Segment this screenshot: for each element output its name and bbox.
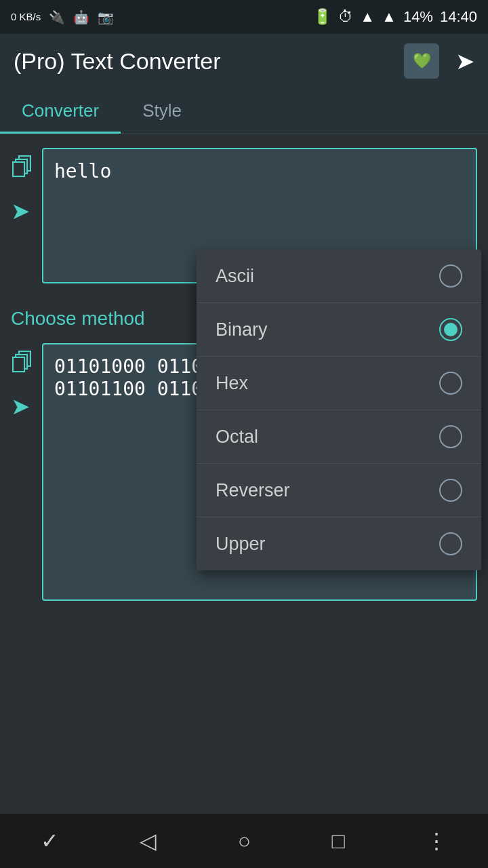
input-share-icon[interactable]: ➤ [11,197,34,224]
app-logo[interactable]: 💚 [404,43,439,79]
app-bar: (Pro) Text Converter 💚 ➤ [0,34,488,88]
nav-recents-icon[interactable]: □ [331,829,344,854]
radio-upper[interactable] [439,532,462,555]
choose-method-button[interactable]: Choose method [11,297,145,340]
input-copy-icon[interactable]: 🗍 [11,155,34,181]
dropdown-item-binary[interactable]: Binary [197,303,481,357]
status-bar: 0 KB/s 🔌 🤖 📷 🔋 ⏱ ▲ ▲ 14% 14:40 [0,0,488,34]
app-bar-icons: 💚 ➤ [404,43,474,79]
status-right: 🔋 ⏱ ▲ ▲ 14% 14:40 [313,8,477,26]
tab-converter[interactable]: Converter [0,88,121,134]
status-left: 0 KB/s 🔌 🤖 📷 [11,9,114,25]
radio-binary[interactable] [439,318,462,341]
nav-check-icon[interactable]: ✓ [41,828,59,854]
battery-label: 14% [403,8,433,26]
input-action-icons: 🗍 ➤ [11,148,34,224]
alarm-icon: ⏱ [338,8,353,26]
time-label: 14:40 [440,8,477,26]
dropdown-item-reverser[interactable]: Reverser [197,464,481,517]
tab-style[interactable]: Style [121,88,203,134]
radio-reverser[interactable] [439,479,462,502]
vibrate-icon: 🔋 [313,8,331,26]
bottom-navigation: ✓ ◁ ○ □ ⋮ [0,814,488,868]
radio-octal[interactable] [439,425,462,448]
image-icon: 📷 [98,9,114,25]
radio-hex[interactable] [439,372,462,395]
radio-binary-fill [444,323,458,336]
nav-menu-icon[interactable]: ⋮ [426,828,447,854]
top-share-icon[interactable]: ➤ [455,47,474,75]
nav-home-icon[interactable]: ○ [238,829,251,854]
main-content: 🗍 ➤ Choose method 🗍 ➤ Ascii Binary Hex [0,134,488,614]
usb-icon: 🔌 [49,9,65,25]
output-action-icons: 🗍 ➤ [11,343,34,420]
method-dropdown: Ascii Binary Hex Octal Reverser Upper [197,250,481,570]
output-copy-icon[interactable]: 🗍 [11,350,34,376]
wifi-icon: ▲ [360,8,375,26]
dropdown-item-upper[interactable]: Upper [197,517,481,570]
dropdown-item-ascii[interactable]: Ascii [197,250,481,303]
nav-back-icon[interactable]: ◁ [140,828,157,854]
radio-ascii[interactable] [439,264,462,288]
android-icon: 🤖 [73,9,89,25]
app-title: (Pro) Text Converter [14,48,220,75]
tab-bar: Converter Style [0,88,488,134]
dropdown-item-octal[interactable]: Octal [197,410,481,464]
output-share-icon[interactable]: ➤ [11,393,34,420]
logo-icon: 💚 [413,52,431,70]
signal-icon: ▲ [382,8,396,26]
dropdown-item-hex[interactable]: Hex [197,357,481,410]
kb-indicator: 0 KB/s [11,12,41,23]
